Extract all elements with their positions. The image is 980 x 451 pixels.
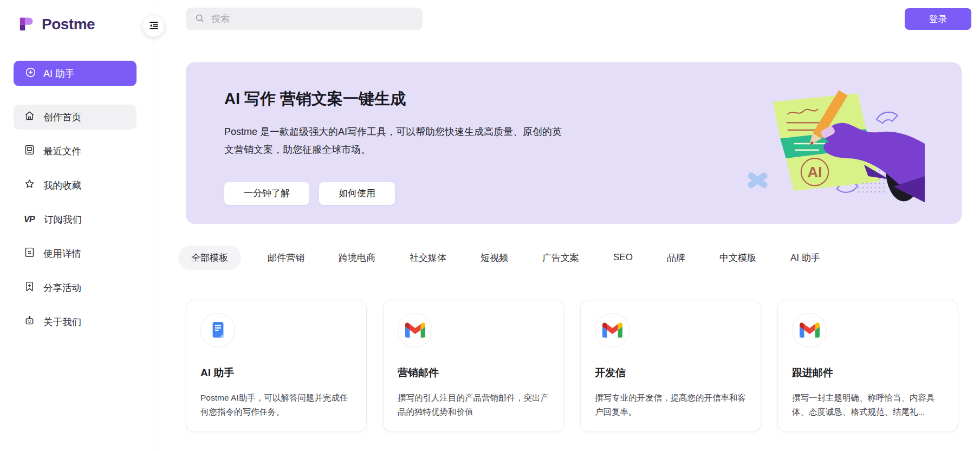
brand-name: Postme — [42, 16, 95, 33]
tab-social-media[interactable]: 社交媒体 — [402, 252, 454, 264]
bookmark-plus-icon — [24, 281, 35, 295]
tab-brand[interactable]: 品牌 — [659, 252, 693, 264]
gmail-icon — [792, 313, 827, 347]
sidebar-item-label: 订阅我们 — [44, 213, 82, 226]
sidebar-item-label: 创作首页 — [43, 111, 81, 124]
sidebar: Postme AI 助手 创作首页 — [0, 0, 153, 451]
sidebar-item-recent-files[interactable]: 最近文件 — [14, 139, 137, 164]
tab-short-video[interactable]: 短视频 — [473, 252, 516, 264]
usage-detail-icon — [24, 247, 35, 261]
home-icon — [24, 110, 35, 124]
hero-title: AI 写作 营销文案一键生成 — [224, 88, 962, 110]
recent-file-icon — [24, 144, 35, 158]
vip-icon: VP — [24, 215, 36, 224]
sidebar-menu: 创作首页 最近文件 我的收藏 VP 订阅 — [0, 105, 153, 334]
card-title: 营销邮件 — [398, 366, 549, 380]
tab-seo[interactable]: SEO — [606, 252, 640, 263]
card-title: AI 助手 — [200, 366, 352, 380]
search-input[interactable] — [211, 14, 406, 24]
star-icon — [24, 178, 35, 192]
collapse-sidebar-button[interactable] — [143, 16, 164, 37]
card-description: Postme AI助手，可以解答问题并完成任何您指令的写作任务。 — [200, 391, 353, 418]
card-description: 撰写一封主题明确、称呼恰当、内容具体、态度诚恳、格式规范、结尾礼... — [792, 391, 945, 418]
tab-cross-border-ecommerce[interactable]: 跨境电商 — [331, 252, 383, 264]
search-icon — [194, 13, 205, 25]
card-title: 开发信 — [595, 366, 747, 380]
tab-email-marketing[interactable]: 邮件营销 — [260, 252, 312, 264]
sidebar-item-share-events[interactable]: 分享活动 — [14, 275, 137, 300]
tab-ai-assistant[interactable]: AI 助手 — [783, 252, 828, 264]
hero-banner: AI 写作 营销文案一键生成 Postme 是一款超级强大的AI写作工具，可以帮… — [186, 62, 962, 224]
card-cold-outreach-email[interactable]: 开发信 撰写专业的开发信，提高您的开信率和客户回复率。 — [580, 300, 761, 432]
how-to-use-button[interactable]: 如何使用 — [319, 182, 395, 205]
sidebar-item-home[interactable]: 创作首页 — [14, 105, 137, 130]
main-content: 登录 AI 写作 营销文案一键生成 Postme 是一款超级强大的AI写作工具，… — [154, 0, 980, 451]
gmail-icon — [595, 313, 629, 347]
login-button[interactable]: 登录 — [905, 8, 971, 30]
robot-icon — [24, 315, 35, 329]
ai-assistant-label: AI 助手 — [43, 67, 75, 80]
learn-in-one-minute-button[interactable]: 一分钟了解 — [224, 182, 309, 205]
google-docs-icon — [200, 313, 235, 347]
postme-logo-icon — [18, 14, 37, 35]
collapse-sidebar-icon — [148, 20, 159, 33]
card-marketing-email[interactable]: 营销邮件 撰写的引人注目的产品营销邮件，突出产品的独特优势和价值 — [383, 300, 564, 432]
sidebar-item-label: 使用详情 — [43, 247, 81, 260]
card-title: 跟进邮件 — [792, 366, 944, 380]
card-description: 撰写的引人注目的产品营销邮件，突出产品的独特优势和价值 — [398, 391, 550, 418]
sidebar-item-subscribe[interactable]: VP 订阅我们 — [14, 207, 137, 232]
sidebar-item-usage-details[interactable]: 使用详情 — [14, 241, 137, 266]
sidebar-item-label: 最近文件 — [43, 145, 81, 158]
ai-assistant-button[interactable]: AI 助手 — [14, 61, 137, 86]
sidebar-item-label: 关于我们 — [43, 315, 81, 328]
sidebar-item-label: 我的收藏 — [43, 179, 81, 192]
plus-circle-icon — [25, 67, 36, 81]
hero-description: Postme 是一款超级强大的AI写作工具，可以帮助您快速生成高质量、原创的英文… — [224, 123, 563, 159]
sidebar-item-about-us[interactable]: 关于我们 — [14, 310, 137, 334]
template-category-tabs: 全部模板 邮件营销 跨境电商 社交媒体 短视频 广告文案 SEO 品牌 中文模版… — [178, 246, 980, 269]
search-box[interactable] — [186, 8, 423, 30]
card-description: 撰写专业的开发信，提高您的开信率和客户回复率。 — [595, 391, 748, 418]
topbar: 登录 — [154, 0, 980, 38]
hero-content: AI 写作 营销文案一键生成 Postme 是一款超级强大的AI写作工具，可以帮… — [186, 62, 962, 205]
sidebar-item-favorites[interactable]: 我的收藏 — [14, 173, 137, 198]
gmail-icon — [398, 313, 432, 347]
tab-all-templates[interactable]: 全部模板 — [178, 246, 241, 270]
sidebar-item-label: 分享活动 — [43, 281, 81, 294]
sidebar-nav: AI 助手 创作首页 最近文件 — [0, 61, 153, 334]
brand-logo[interactable]: Postme — [0, 0, 153, 35]
card-follow-up-email[interactable]: 跟进邮件 撰写一封主题明确、称呼恰当、内容具体、态度诚恳、格式规范、结尾礼... — [777, 300, 958, 432]
tab-ad-copy[interactable]: 广告文案 — [535, 252, 587, 264]
hero-actions: 一分钟了解 如何使用 — [224, 182, 962, 205]
card-ai-assistant[interactable]: AI 助手 Postme AI助手，可以解答问题并完成任何您指令的写作任务。 — [186, 300, 367, 432]
template-cards: AI 助手 Postme AI助手，可以解答问题并完成任何您指令的写作任务。 营… — [186, 300, 980, 432]
tab-chinese-templates[interactable]: 中文模版 — [712, 252, 764, 264]
